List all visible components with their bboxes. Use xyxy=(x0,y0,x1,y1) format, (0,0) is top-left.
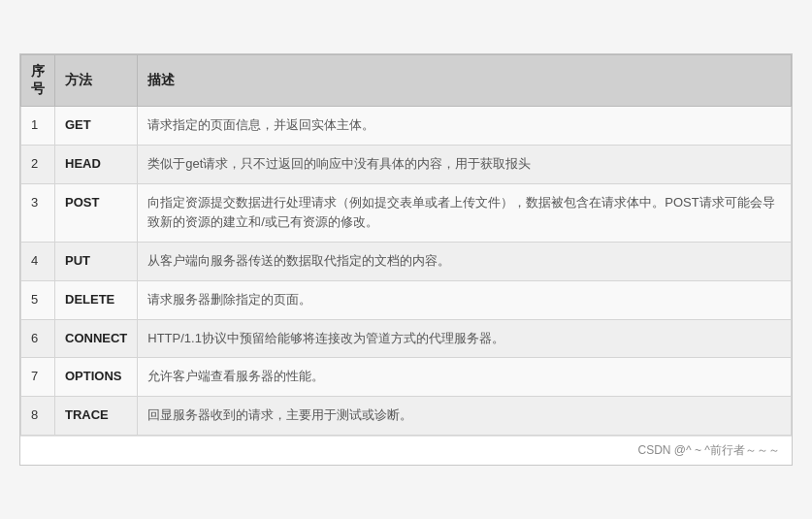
col-header-num: 序号 xyxy=(21,54,55,106)
cell-num: 8 xyxy=(21,397,55,436)
cell-method: PUT xyxy=(55,243,138,281)
cell-method: HEAD xyxy=(55,145,138,183)
table-row: 6CONNECTHTTP/1.1协议中预留给能够将连接改为管道方式的代理服务器。 xyxy=(21,319,792,358)
table-header-row: 序号 方法 描述 xyxy=(21,54,792,106)
col-header-method: 方法 xyxy=(55,54,138,106)
cell-desc: 类似于get请求，只不过返回的响应中没有具体的内容，用于获取报头 xyxy=(138,145,792,183)
cell-num: 4 xyxy=(21,243,55,281)
cell-num: 6 xyxy=(21,319,55,358)
main-container: 序号 方法 描述 1GET请求指定的页面信息，并返回实体主体。2HEAD类似于g… xyxy=(19,53,793,466)
cell-method: CONNECT xyxy=(55,319,138,358)
cell-desc: 请求服务器删除指定的页面。 xyxy=(138,280,792,319)
table-row: 1GET请求指定的页面信息，并返回实体主体。 xyxy=(21,106,792,145)
table-row: 2HEAD类似于get请求，只不过返回的响应中没有具体的内容，用于获取报头 xyxy=(21,145,792,183)
col-header-desc: 描述 xyxy=(138,54,792,106)
table-row: 5DELETE请求服务器删除指定的页面。 xyxy=(21,280,792,319)
table-row: 7OPTIONS允许客户端查看服务器的性能。 xyxy=(21,358,792,397)
cell-desc: HTTP/1.1协议中预留给能够将连接改为管道方式的代理服务器。 xyxy=(138,319,792,358)
table-row: 4PUT从客户端向服务器传送的数据取代指定的文档的内容。 xyxy=(21,243,792,281)
cell-num: 1 xyxy=(21,106,55,145)
cell-method: GET xyxy=(55,106,138,145)
cell-num: 2 xyxy=(21,145,55,183)
cell-desc: 请求指定的页面信息，并返回实体主体。 xyxy=(138,106,792,145)
cell-method: OPTIONS xyxy=(55,358,138,397)
cell-desc: 回显服务器收到的请求，主要用于测试或诊断。 xyxy=(138,397,792,436)
http-methods-table: 序号 方法 描述 1GET请求指定的页面信息，并返回实体主体。2HEAD类似于g… xyxy=(20,54,792,436)
table-row: 3POST向指定资源提交数据进行处理请求（例如提交表单或者上传文件），数据被包含… xyxy=(21,183,792,243)
footer-note: CSDN @^ ~ ^前行者～～～ xyxy=(20,436,792,465)
cell-method: TRACE xyxy=(55,397,138,436)
cell-num: 3 xyxy=(21,183,55,243)
cell-method: POST xyxy=(55,183,138,243)
cell-num: 5 xyxy=(21,280,55,319)
cell-method: DELETE xyxy=(55,280,138,319)
table-row: 8TRACE回显服务器收到的请求，主要用于测试或诊断。 xyxy=(21,397,792,436)
cell-desc: 向指定资源提交数据进行处理请求（例如提交表单或者上传文件），数据被包含在请求体中… xyxy=(138,183,792,243)
cell-desc: 从客户端向服务器传送的数据取代指定的文档的内容。 xyxy=(138,243,792,281)
cell-num: 7 xyxy=(21,358,55,397)
cell-desc: 允许客户端查看服务器的性能。 xyxy=(138,358,792,397)
